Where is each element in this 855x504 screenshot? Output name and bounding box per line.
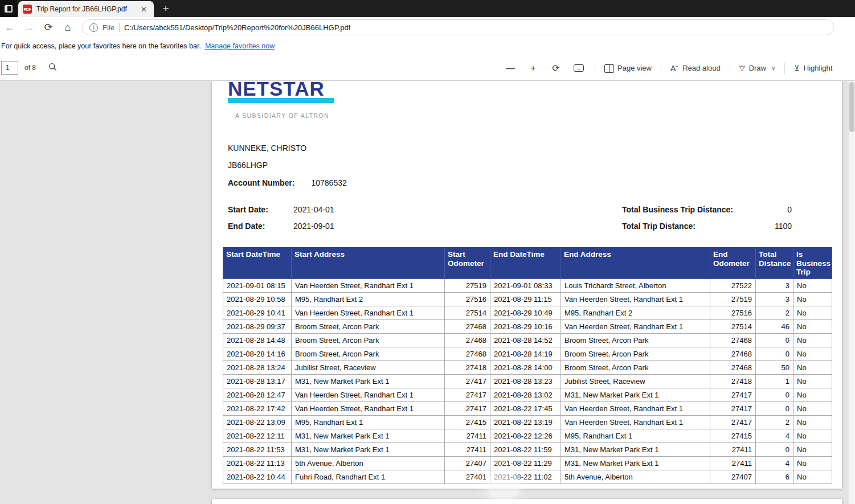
rotate-button[interactable]: ⟳ <box>546 59 566 77</box>
toolbar-divider <box>784 63 785 74</box>
account-number-row: Account Number:10786532 <box>228 178 347 187</box>
cell-end-odometer: 27417 <box>710 401 756 415</box>
home-icon[interactable]: ⌂ <box>58 19 77 36</box>
page-info-icon[interactable]: i <box>89 23 98 32</box>
cell-end-datetime: 2021-08-28 14:52 <box>490 333 561 347</box>
read-aloud-button[interactable]: A⌁ Read aloud <box>667 59 724 77</box>
cell-start-address: 5th Avenue, Alberton <box>292 456 445 470</box>
chevron-down-icon[interactable]: ∨ <box>771 65 775 71</box>
cell-end-odometer: 27417 <box>710 415 756 429</box>
tab-actions-menu-button[interactable] <box>0 0 17 17</box>
cell-is-business-trip: No <box>793 278 832 292</box>
column-header-is-business-trip: Is Business Trip <box>793 248 832 278</box>
cell-start-datetime: 2021-08-28 13:17 <box>223 374 292 388</box>
cell-start-odometer: 27418 <box>445 360 490 374</box>
draw-button[interactable]: ▽ Draw ∨ <box>736 59 779 77</box>
cell-total-distance: 2 <box>756 415 793 429</box>
new-tab-button[interactable]: + <box>158 2 173 15</box>
column-header-end-odometer: End Odometer <box>710 248 756 278</box>
column-header-total-distance: Total Distance <box>756 248 793 278</box>
toolbar-divider <box>661 63 661 74</box>
search-icon[interactable] <box>48 63 57 73</box>
back-icon[interactable]: ← <box>0 19 19 36</box>
cell-total-distance: 0 <box>756 442 793 456</box>
zoom-in-button[interactable]: + <box>523 59 543 77</box>
cell-total-distance: 2 <box>756 306 793 319</box>
cell-start-address: M31, New Market Park Ext 1 <box>292 429 445 442</box>
manage-favorites-link[interactable]: Manage favorites now <box>205 42 275 50</box>
cell-start-address: Broom Street, Arcon Park <box>292 333 445 347</box>
page-number-input[interactable] <box>1 61 18 75</box>
favorites-bar: For quick access, place your favorites h… <box>0 38 855 55</box>
refresh-icon[interactable]: ⟳ <box>39 19 58 36</box>
trip-row: 2021-08-22 13:09M95, Randhart Ext 127415… <box>223 415 832 429</box>
customer-name: KUNNEKE, CHRISTO <box>228 144 306 153</box>
pdf-page-1: NETSTAR A SUBSIDIARY OF ALTRON KUNNEKE, … <box>212 81 842 489</box>
toolbar-divider <box>595 63 595 74</box>
vertical-scrollbar[interactable] <box>849 81 855 504</box>
trip-row: 2021-08-28 14:48Broom Street, Arcon Park… <box>223 333 832 347</box>
cell-total-distance: 0 <box>756 388 793 401</box>
column-header-start-address: Start Address <box>292 248 445 278</box>
cell-start-datetime: 2021-08-29 10:58 <box>223 292 292 306</box>
draw-label: Draw <box>749 64 766 72</box>
address-url[interactable]: C:/Users/abck551/Desktop/Trip%20Report%2… <box>124 23 350 32</box>
tab-trip-report[interactable]: PDF Trip Report for JB66LHGP.pdf ✕ <box>18 1 154 17</box>
cell-total-distance: 6 <box>756 470 793 483</box>
cell-start-odometer: 27468 <box>445 347 490 360</box>
cell-end-address: Broom Street, Arcon Park <box>561 333 710 347</box>
cell-is-business-trip: No <box>793 456 832 470</box>
cell-start-address: Van Heerden Street, Randhart Ext 1 <box>292 401 445 415</box>
column-header-start-datetime: Start DateTime <box>223 248 292 278</box>
draw-pen-icon: ▽ <box>739 64 745 72</box>
cell-end-odometer: 27519 <box>710 292 756 306</box>
cell-total-distance: 0 <box>756 401 793 415</box>
cell-end-address: M31, New Market Park Ext 1 <box>561 456 710 470</box>
page-count-label: of 8 <box>24 64 36 72</box>
column-header-end-datetime: End DateTime <box>490 248 561 278</box>
cell-end-datetime: 2021-08-29 10:49 <box>490 306 561 319</box>
trip-row: 2021-08-22 10:44Fuhri Road, Randhart Ext… <box>223 470 832 483</box>
cell-start-datetime: 2021-08-28 14:16 <box>223 347 292 360</box>
address-bar[interactable]: i File C:/Users/abck551/Desktop/Trip%20R… <box>82 19 834 35</box>
navigation-toolbar: ← → ⟳ ⌂ i File C:/Users/abck551/Desktop/… <box>0 17 855 38</box>
cell-start-datetime: 2021-08-28 14:48 <box>223 333 292 347</box>
account-number-value: 10786532 <box>311 178 346 187</box>
tab-close-icon[interactable]: ✕ <box>138 5 149 14</box>
trip-table-header-row: Start DateTimeStart AddressStart Odomete… <box>223 248 832 278</box>
cell-start-odometer: 27417 <box>445 374 490 388</box>
cell-end-odometer: 27522 <box>710 278 756 292</box>
netstar-logo-underline <box>228 98 334 103</box>
trip-row: 2021-08-22 11:135th Avenue, Alberton2740… <box>223 456 832 470</box>
cell-end-odometer: 27468 <box>710 347 756 360</box>
cell-is-business-trip: No <box>793 306 832 319</box>
trip-row: 2021-08-22 17:42Van Heerden Street, Rand… <box>223 401 832 415</box>
cell-is-business-trip: No <box>793 388 832 401</box>
cell-end-address: Van Heerden Street, Randhart Ext 1 <box>561 319 710 333</box>
page-view-button[interactable]: Page view <box>601 59 655 77</box>
cell-start-datetime: 2021-08-28 12:47 <box>223 388 292 401</box>
forward-icon[interactable]: → <box>19 19 39 36</box>
zoom-out-button[interactable]: — <box>500 59 521 77</box>
account-number-label: Account Number: <box>228 178 294 187</box>
page-view-icon <box>604 64 613 72</box>
cell-total-distance: 4 <box>756 456 793 470</box>
fit-to-width-button[interactable]: ↔ <box>568 59 589 77</box>
pdf-content-area[interactable]: NETSTAR A SUBSIDIARY OF ALTRON KUNNEKE, … <box>0 81 855 504</box>
end-date-value: 2021-09-01 <box>293 222 334 231</box>
cell-start-odometer: 27468 <box>445 333 490 347</box>
cell-end-datetime: 2021-08-29 10:16 <box>490 319 561 333</box>
cell-start-address: Fuhri Road, Randhart Ext 1 <box>292 470 445 483</box>
cell-is-business-trip: No <box>793 360 832 374</box>
cell-end-address: M95, Randhart Ext 1 <box>561 429 710 442</box>
cell-end-odometer: 27468 <box>710 333 756 347</box>
trip-row: 2021-08-28 13:17M31, New Market Park Ext… <box>223 374 832 388</box>
highlight-button[interactable]: ⊻ Highlight <box>791 59 836 77</box>
cell-end-datetime: 2021-08-28 13:23 <box>490 374 561 388</box>
trip-row: 2021-08-29 10:58M95, Randhart Ext 227516… <box>223 292 832 306</box>
cell-start-datetime: 2021-08-29 09:37 <box>223 319 292 333</box>
pdf-toolbar: of 8 — + ⟳ ↔ Page view A⌁ Read aloud ▽ D… <box>0 55 855 81</box>
trip-row: 2021-08-22 12:11M31, New Market Park Ext… <box>223 429 832 442</box>
scrollbar-thumb[interactable] <box>849 82 854 132</box>
address-divider <box>119 23 120 32</box>
